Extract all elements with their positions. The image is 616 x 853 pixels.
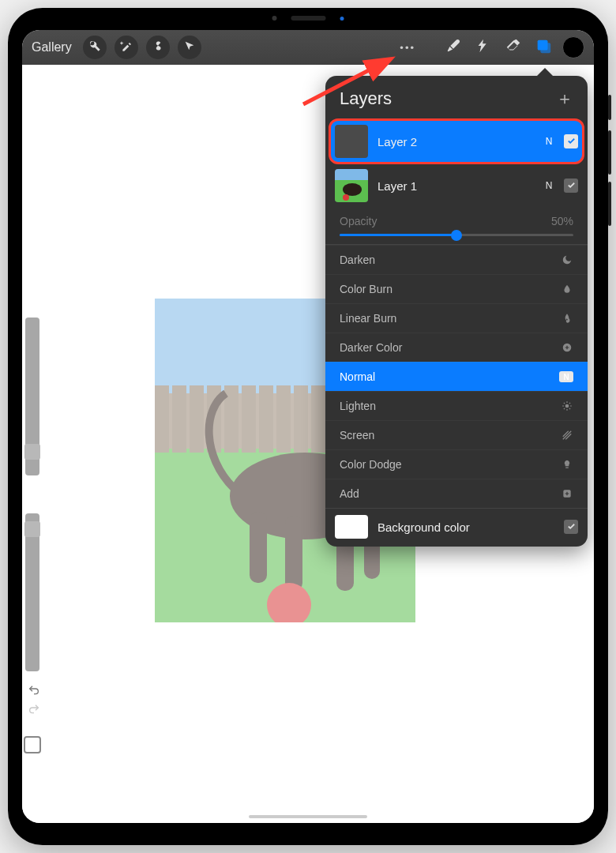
opacity-label: Opacity xyxy=(340,215,543,227)
gallery-button[interactable]: Gallery xyxy=(32,40,72,54)
layer-name-label: Layer 1 xyxy=(377,179,534,193)
svg-rect-29 xyxy=(335,169,368,180)
blend-mode-label: Lighten xyxy=(340,400,376,412)
redo-button[interactable] xyxy=(25,701,43,720)
undo-icon xyxy=(28,684,40,700)
brush-size-thumb[interactable] xyxy=(24,444,40,460)
opacity-value: 50% xyxy=(551,215,573,227)
blend-mode-screen[interactable]: Screen xyxy=(325,420,588,449)
svg-rect-1 xyxy=(540,43,550,53)
layer-blend-badge[interactable]: N xyxy=(543,180,554,191)
undo-redo-group xyxy=(25,682,43,720)
opacity-slider[interactable] xyxy=(340,234,573,236)
svg-line-42 xyxy=(569,403,570,404)
side-sliders xyxy=(22,318,41,671)
wand-icon xyxy=(120,39,133,55)
blend-mode-label: Color Burn xyxy=(340,283,393,295)
layer-blend-badge[interactable]: N xyxy=(543,136,554,147)
selection-button[interactable] xyxy=(146,36,170,59)
layers-icon xyxy=(535,37,552,58)
blend-mode-label: Color Dodge xyxy=(340,458,402,471)
layers-panel: Layers ＋ Layer 2 N Layer 1 N xyxy=(325,76,588,547)
transform-cursor-button[interactable] xyxy=(178,36,201,59)
layer-thumbnail xyxy=(335,125,368,158)
undo-button[interactable] xyxy=(25,682,43,701)
layer-visibility-checkbox[interactable] xyxy=(564,134,578,148)
layer-row-layer-1[interactable]: Layer 1 N xyxy=(325,164,588,207)
blend-mode-add[interactable]: Add xyxy=(325,479,588,508)
blend-mode-label: Add xyxy=(340,487,359,500)
eraser-tool-button[interactable] xyxy=(502,36,524,58)
svg-point-34 xyxy=(565,404,569,408)
blend-mode-label: Screen xyxy=(340,429,374,442)
blend-mode-label: Darker Color xyxy=(340,341,402,354)
svg-line-44 xyxy=(563,431,569,437)
blend-mode-lighten[interactable]: Lighten xyxy=(325,391,588,420)
svg-line-41 xyxy=(564,408,565,409)
moon-icon xyxy=(561,254,573,266)
sun-icon xyxy=(561,400,573,412)
blend-mode-darken[interactable]: Darken xyxy=(325,245,588,274)
circle-plus-icon xyxy=(561,341,573,354)
modify-tool-button[interactable] xyxy=(24,736,41,753)
background-visibility-checkbox[interactable] xyxy=(564,520,578,534)
cursor-icon xyxy=(183,39,196,55)
svg-rect-6 xyxy=(172,385,186,453)
actions-wrench-button[interactable] xyxy=(83,36,107,59)
screen: Gallery ••• xyxy=(22,30,594,823)
layer-thumbnail xyxy=(335,169,368,202)
blend-mode-label: Linear Burn xyxy=(340,312,396,325)
svg-rect-7 xyxy=(190,385,204,453)
svg-rect-14 xyxy=(311,385,325,453)
blend-mode-list: Darken Color Burn Linear Burn Darker Col… xyxy=(325,244,588,508)
svg-rect-23 xyxy=(285,516,302,591)
drop-icon xyxy=(561,283,573,295)
svg-rect-22 xyxy=(250,512,267,583)
svg-rect-10 xyxy=(242,385,256,453)
add-layer-button[interactable]: ＋ xyxy=(556,87,573,111)
device-notch xyxy=(272,16,344,21)
svg-line-45 xyxy=(565,434,571,439)
blend-mode-linear-burn[interactable]: Linear Burn xyxy=(325,303,588,333)
adjustments-wand-button[interactable] xyxy=(115,36,138,59)
background-color-swatch[interactable] xyxy=(335,515,368,539)
layers-tool-button[interactable] xyxy=(532,36,554,58)
stripes-icon xyxy=(561,429,573,442)
brush-opacity-slider[interactable] xyxy=(25,513,39,671)
brush-opacity-thumb[interactable] xyxy=(24,521,40,537)
svg-line-40 xyxy=(569,408,570,409)
svg-rect-11 xyxy=(259,385,273,453)
smudge-icon xyxy=(475,37,492,58)
svg-rect-13 xyxy=(294,385,308,453)
bulb-icon xyxy=(561,458,573,471)
brush-size-slider[interactable] xyxy=(25,318,39,475)
svg-point-32 xyxy=(343,194,349,201)
blend-mode-darker-color[interactable]: Darker Color xyxy=(325,333,588,362)
opacity-slider-thumb[interactable] xyxy=(451,230,462,241)
svg-line-39 xyxy=(564,403,565,404)
blend-mode-normal[interactable]: Normal N xyxy=(325,362,588,391)
brush-icon xyxy=(445,37,462,58)
check-icon xyxy=(567,178,576,193)
blend-mode-color-dodge[interactable]: Color Dodge xyxy=(325,449,588,479)
svg-rect-5 xyxy=(155,385,169,453)
svg-point-31 xyxy=(343,183,362,196)
side-button-power xyxy=(608,95,611,120)
background-color-label: Background color xyxy=(377,520,554,534)
plus-icon: ＋ xyxy=(556,88,573,108)
check-icon xyxy=(567,134,576,148)
layer-row-layer-2[interactable]: Layer 2 N xyxy=(330,120,583,163)
more-menu-button[interactable]: ••• xyxy=(400,42,415,54)
ipad-device-frame: Gallery ••• xyxy=(8,8,608,845)
smudge-tool-button[interactable] xyxy=(472,36,494,58)
blend-mode-label: Normal xyxy=(340,370,375,383)
background-color-row[interactable]: Background color xyxy=(325,508,588,547)
layer-visibility-checkbox[interactable] xyxy=(564,178,578,193)
blend-mode-color-burn[interactable]: Color Burn xyxy=(325,274,588,303)
color-well[interactable] xyxy=(562,36,584,58)
wrench-icon xyxy=(88,39,101,55)
svg-rect-12 xyxy=(276,385,291,453)
top-toolbar: Gallery ••• xyxy=(22,30,594,65)
home-indicator[interactable] xyxy=(249,815,367,818)
brush-tool-button[interactable] xyxy=(442,36,464,58)
